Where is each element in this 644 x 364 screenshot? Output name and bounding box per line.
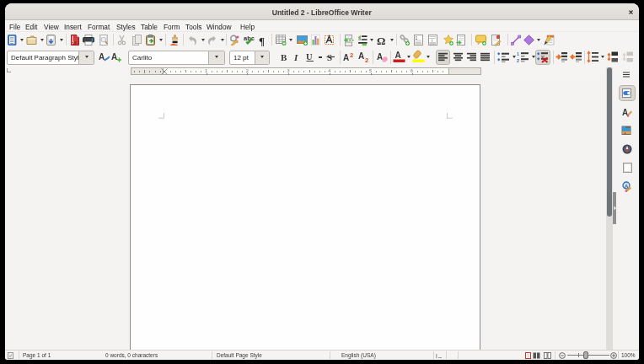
svg-text:A: A: [395, 51, 401, 60]
svg-text:B: B: [281, 52, 287, 62]
svg-text:¶: ¶: [259, 35, 265, 47]
svg-text:U: U: [306, 52, 313, 62]
svg-text:i: i: [432, 38, 432, 43]
svg-text:A: A: [111, 52, 117, 62]
svg-text:2: 2: [365, 56, 368, 64]
svg-text:1: 1: [517, 51, 519, 56]
svg-text:A: A: [99, 52, 105, 62]
svg-text:A: A: [377, 52, 383, 62]
svg-text:2: 2: [517, 58, 519, 63]
svg-text:1: 1: [416, 35, 418, 40]
svg-text:A: A: [625, 184, 629, 189]
svg-text:Ω: Ω: [377, 35, 385, 47]
svg-text:2: 2: [350, 51, 353, 59]
svg-text:A: A: [358, 51, 364, 61]
svg-text:I: I: [293, 52, 298, 62]
svg-text:P: P: [72, 41, 74, 46]
svg-text:I: I: [436, 352, 437, 358]
svg-text:A: A: [343, 53, 349, 62]
